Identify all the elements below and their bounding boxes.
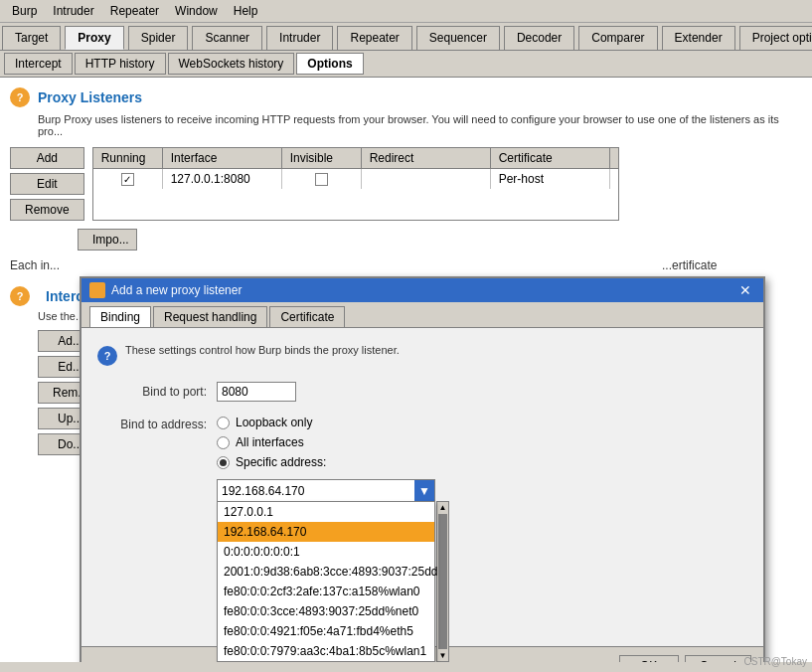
specific-address-dropdown[interactable]: 192.168.64.170 ▼ 127.0.0.1 192.168.64.17… [217, 479, 435, 503]
cell-certificate: Per-host [491, 169, 610, 189]
dropdown-option-3[interactable]: 2001:0:9d38:6ab8:3cce:4893:9037:25dd [218, 562, 434, 582]
col-redirect: Redirect [362, 148, 491, 168]
radio-specific[interactable]: Specific address: [217, 455, 326, 469]
menu-repeater[interactable]: Repeater [102, 2, 167, 20]
menu-help[interactable]: Help [226, 2, 266, 20]
scroll-thumb [438, 514, 447, 649]
intercept-icon: ? [10, 286, 30, 306]
tab-proxy[interactable]: Proxy [65, 26, 123, 50]
radio-specific-label: Specific address: [236, 455, 326, 469]
dropdown-option-5[interactable]: fe80:0:0:3cce:4893:9037:25dd%net0 [218, 601, 434, 621]
import-button[interactable]: Impo... [78, 229, 137, 251]
col-invisible: Invisible [282, 148, 362, 168]
edit-button[interactable]: Edit [10, 173, 84, 195]
radio-all-dot[interactable] [217, 436, 230, 449]
dropdown-option-6[interactable]: fe80:0:0:4921:f05e:4a71:fbd4%eth5 [218, 621, 434, 641]
radio-all[interactable]: All interfaces [217, 435, 326, 449]
radio-loopback-label: Loopback only [236, 416, 312, 429]
table-header: Running Interface Invisible Redirect Cer… [93, 148, 618, 169]
subtab-options[interactable]: Options [296, 53, 363, 75]
dropdown-option-4[interactable]: fe80:0:0:2cf3:2afe:137c:a158%wlan0 [218, 582, 434, 601]
tab-spider[interactable]: Spider [128, 26, 189, 50]
modal-title-bar: Add a new proxy listener ✕ [81, 278, 763, 302]
cell-interface: 127.0.0.1:8080 [163, 169, 282, 189]
dropdown-option-2[interactable]: 0:0:0:0:0:0:0:1 [218, 542, 434, 562]
info-text: These settings control how Burp binds th… [125, 344, 400, 356]
bind-address-label: Bind to address: [97, 416, 217, 431]
dropdown-arrow[interactable]: ▼ [414, 480, 434, 502]
each-note: Each in... ...ertificate [10, 258, 802, 272]
col-running: Running [93, 148, 163, 168]
watermark: CSTR@Tokay [744, 656, 808, 667]
bind-address-row: Bind to address: Loopback only All inter… [97, 416, 747, 469]
dropdown-selected-value: 192.168.64.170 [218, 482, 414, 500]
bind-port-label: Bind to port: [97, 385, 217, 399]
tab-project-options[interactable]: Project options [739, 26, 812, 50]
tab-intruder[interactable]: Intruder [266, 26, 333, 50]
dropdown-option-0[interactable]: 127.0.0.1 [218, 502, 434, 522]
modal-tab-binding[interactable]: Binding [89, 306, 151, 327]
main-toolbar: Target Proxy Spider Scanner Intruder Rep… [0, 23, 812, 51]
modal-icon [89, 282, 105, 298]
tab-decoder[interactable]: Decoder [504, 26, 574, 50]
cell-redirect [362, 169, 491, 189]
proxy-listeners-icon: ? [10, 87, 30, 107]
info-icon: ? [97, 346, 117, 366]
menu-window[interactable]: Window [167, 2, 226, 20]
cell-invisible [282, 169, 362, 189]
sub-toolbar: Intercept HTTP history WebSockets histor… [0, 51, 812, 78]
bind-port-input[interactable] [217, 382, 296, 402]
modal-ok-button[interactable]: OK [619, 655, 679, 662]
proxy-listeners-desc: Burp Proxy uses listeners to receive inc… [38, 113, 802, 137]
scroll-up-button[interactable]: ▲ [437, 502, 448, 513]
modal-body: ? These settings control how Burp binds … [81, 328, 763, 646]
dropdown-field[interactable]: 192.168.64.170 ▼ [217, 479, 435, 503]
menu-burp[interactable]: Burp [4, 2, 45, 20]
menu-bar: Burp Intruder Repeater Window Help [0, 0, 812, 23]
col-certificate: Certificate [491, 148, 610, 168]
invisible-checkbox[interactable] [315, 173, 328, 186]
subtab-http-history[interactable]: HTTP history [75, 53, 166, 75]
radio-specific-dot[interactable] [217, 456, 230, 469]
cell-running [93, 169, 163, 189]
table-row[interactable]: 127.0.0.1:8080 Per-host [93, 169, 618, 189]
modal-cancel-button[interactable]: Cancel [685, 655, 751, 662]
add-button[interactable]: Add [10, 147, 84, 169]
radio-group: Loopback only All interfaces Specific ad… [217, 416, 326, 469]
menu-intruder[interactable]: Intruder [45, 2, 101, 20]
remove-button[interactable]: Remove [10, 199, 84, 221]
tab-extender[interactable]: Extender [662, 26, 735, 50]
dropdown-list: 127.0.0.1 192.168.64.170 0:0:0:0:0:0:0:1… [217, 501, 435, 662]
tab-sequencer[interactable]: Sequencer [416, 26, 500, 50]
tab-repeater[interactable]: Repeater [337, 26, 411, 50]
bind-port-row: Bind to port: [97, 382, 747, 402]
modal-add-proxy-listener: Add a new proxy listener ✕ Binding Reque… [80, 276, 765, 662]
subtab-intercept[interactable]: Intercept [4, 53, 73, 75]
radio-loopback-dot[interactable] [217, 417, 230, 429]
modal-tab-certificate[interactable]: Certificate [269, 306, 345, 327]
dropdown-option-7[interactable]: fe80:0:0:7979:aa3c:4ba1:8b5c%wlan1 [218, 641, 434, 661]
tab-target[interactable]: Target [2, 26, 61, 50]
modal-info: ? These settings control how Burp binds … [97, 344, 747, 366]
radio-loopback[interactable]: Loopback only [217, 416, 326, 429]
subtab-websockets-history[interactable]: WebSockets history [168, 53, 295, 75]
radio-all-label: All interfaces [236, 435, 304, 449]
main-content: ? Proxy Listeners Burp Proxy uses listen… [0, 78, 812, 662]
modal-close-button[interactable]: ✕ [735, 282, 755, 298]
dropdown-scrollbar[interactable]: ▲ ▼ [436, 501, 449, 662]
modal-tab-request-handling[interactable]: Request handling [153, 306, 267, 327]
running-checkbox[interactable] [121, 173, 134, 186]
dropdown-option-1[interactable]: 192.168.64.170 [218, 522, 434, 542]
tab-scanner[interactable]: Scanner [192, 26, 262, 50]
modal-tabs: Binding Request handling Certificate [81, 302, 763, 328]
listeners-table: Running Interface Invisible Redirect Cer… [92, 147, 619, 221]
proxy-listeners-title: Proxy Listeners [38, 89, 142, 105]
tab-comparer[interactable]: Comparer [578, 26, 657, 50]
scroll-down-button[interactable]: ▼ [437, 650, 448, 661]
col-interface: Interface [163, 148, 282, 168]
modal-title: Add a new proxy listener [111, 283, 735, 297]
